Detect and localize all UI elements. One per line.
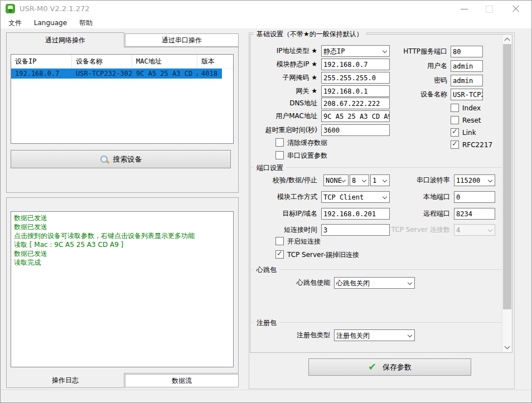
work-mode-label: 模块工作方式 — [250, 191, 317, 203]
kick-old-checkbox[interactable]: TCP Server-踢掉旧连接 — [275, 250, 359, 259]
window-title: USR-M0 V2.2.1.272 — [20, 4, 90, 13]
tab-serial-operation[interactable]: 通过串口操作 — [125, 33, 239, 47]
reset-checkbox[interactable]: Reset — [451, 116, 481, 125]
http-port-label: HTTP服务端口 — [351, 46, 447, 57]
close-button[interactable] — [505, 1, 527, 17]
subnet-label: 子网掩码 ★ — [250, 72, 317, 84]
log-line: 数据已发送 — [14, 249, 230, 258]
max-conn-label: TCP Server 连接数 — [362, 224, 450, 236]
link-label: Link — [462, 129, 476, 137]
remote-port-input[interactable]: 8234 — [454, 208, 495, 220]
port-section-title: 端口设置 — [254, 163, 286, 173]
col-mac: MAC地址 — [132, 55, 197, 68]
device-name-input[interactable]: USR-TCP23 — [451, 89, 483, 100]
basic-section-title: 基础设置（不带★的一般保持默认） — [254, 30, 366, 39]
save-params-label: 保存参数 — [383, 362, 412, 372]
green-check-icon — [368, 362, 378, 372]
gateway-label: 网关 ★ — [250, 85, 317, 97]
checkbox-icon — [275, 151, 284, 159]
register-section-divider — [251, 322, 502, 323]
timeout-label: 超时重启时间(秒) — [250, 124, 317, 136]
index-checkbox[interactable]: Index — [451, 104, 481, 113]
max-conn-value: 4 — [456, 226, 460, 234]
register-type-select[interactable]: 注册包关闭 — [334, 329, 415, 341]
kick-old-label: TCP Server-踢掉旧连接 — [287, 251, 359, 259]
menu-language[interactable]: Language — [29, 18, 72, 28]
target-ip-label: 目标IP/域名 — [250, 208, 317, 220]
device-table-header: 设备IP 设备名称 MAC地址 版本 — [11, 55, 233, 69]
col-version: 版本 — [197, 55, 222, 68]
scroll-up-icon[interactable] — [502, 35, 512, 44]
log-line: 数据已发送 — [14, 222, 230, 231]
operation-log[interactable]: 数据已发送 数据已发送 点击搜到的设备可读取参数，右键点击设备列表显示更多功能 … — [11, 211, 234, 367]
link-checkbox[interactable]: Link — [451, 128, 476, 137]
menu-bar: 文件 Language 帮助 — [1, 17, 531, 28]
baud-rate-select[interactable]: 115200 — [454, 174, 495, 186]
work-mode-value: TCP Client — [323, 193, 364, 201]
rfc2217-label: RFC2217 — [462, 141, 492, 149]
max-conn-select: 4 — [454, 224, 495, 236]
maximize-button[interactable] — [478, 1, 500, 17]
clear-cache-label: 清除缓存数据 — [287, 139, 327, 147]
password-input[interactable]: admin — [451, 75, 483, 86]
table-row[interactable]: 192.168.0.7 USR-TCP232-302 9C A5 25 A3 C… — [11, 69, 222, 79]
minimize-button[interactable] — [453, 1, 476, 17]
chevron-down-icon — [408, 280, 412, 285]
device-table: 设备IP 设备名称 MAC地址 版本 192.168.0.7 USR-TCP23… — [11, 54, 234, 144]
register-section-title: 注册包 — [254, 318, 279, 328]
parity-value: NONE — [326, 177, 342, 184]
baud-rate-value: 115200 — [456, 177, 480, 184]
checkbox-icon — [451, 140, 459, 149]
search-device-button[interactable]: 搜索设备 — [11, 150, 231, 168]
ip-type-label: IP地址类型 ★ — [250, 45, 317, 57]
local-port-input[interactable]: 0 — [454, 191, 495, 203]
parity-select[interactable]: NONE — [323, 174, 349, 186]
ip-type-value: 静态IP — [323, 47, 345, 55]
save-params-button[interactable]: 保存参数 — [308, 358, 471, 376]
short-conn-label: 开启短连接 — [287, 237, 321, 245]
log-line: 数据已发送 — [14, 213, 230, 222]
log-line: 点击搜到的设备可读取参数，右键点击设备列表显示更多功能 — [14, 231, 230, 240]
settings-scrollbar[interactable] — [502, 35, 512, 352]
menu-file[interactable]: 文件 — [3, 17, 27, 29]
checkbox-icon — [275, 250, 284, 259]
settings-scroll-area: 基础设置（不带★的一般保持默认） IP地址类型 ★ 静态IP 模块静态IP ★ … — [250, 34, 512, 353]
static-ip-label: 模块静态IP ★ — [250, 59, 317, 70]
heartbeat-section-divider — [251, 269, 502, 270]
tab-data-stream[interactable]: 数据流 — [125, 374, 239, 387]
search-button-label: 搜索设备 — [113, 154, 142, 164]
short-conn-time-label: 短连接时间 — [250, 224, 317, 236]
remote-port-label: 远程端口 — [362, 208, 450, 220]
dns-label: DNS地址 — [250, 98, 317, 109]
device-name-label: 设备名称 — [351, 89, 447, 100]
tab-operation-log[interactable]: 操作日志 — [6, 373, 124, 388]
rfc2217-checkbox[interactable]: RFC2217 — [451, 140, 492, 149]
search-icon — [100, 155, 109, 164]
index-label: Index — [462, 104, 481, 112]
cell-mac: 9C A5 25 A3 CD A9 — [132, 69, 197, 79]
tab-network-operation[interactable]: 通过网络操作 — [6, 32, 124, 47]
scroll-down-icon[interactable] — [502, 343, 512, 352]
register-type-label: 注册包类型 — [250, 329, 330, 341]
menu-help[interactable]: 帮助 — [74, 17, 98, 29]
checkbox-icon — [451, 116, 459, 124]
mac-input[interactable]: 9C A5 25 A3 CD A9 — [321, 110, 390, 122]
short-conn-checkbox[interactable]: 开启短连接 — [275, 237, 321, 246]
heartbeat-section-title: 心跳包 — [254, 265, 279, 275]
cell-device-ip: 192.168.0.7 — [11, 69, 72, 79]
checkbox-icon — [275, 138, 284, 147]
checkbox-icon — [275, 237, 284, 245]
app-logo-icon — [6, 4, 15, 13]
serial-params-checkbox[interactable]: 串口设置参数 — [275, 151, 327, 160]
clear-cache-checkbox[interactable]: 清除缓存数据 — [275, 138, 327, 147]
http-port-input[interactable]: 80 — [451, 46, 483, 57]
scrollbar-thumb[interactable] — [503, 44, 511, 309]
heartbeat-enable-select[interactable]: 心跳包关闭 — [334, 277, 415, 289]
username-input[interactable]: admin — [451, 60, 483, 72]
chevron-down-icon — [488, 178, 492, 182]
reset-label: Reset — [462, 116, 481, 124]
mac-label: 用户MAC地址 — [250, 110, 317, 122]
timeout-input[interactable]: 3600 — [321, 124, 390, 136]
col-device-ip: 设备IP — [11, 55, 72, 68]
serial-params-label: 串口设置参数 — [287, 152, 327, 159]
